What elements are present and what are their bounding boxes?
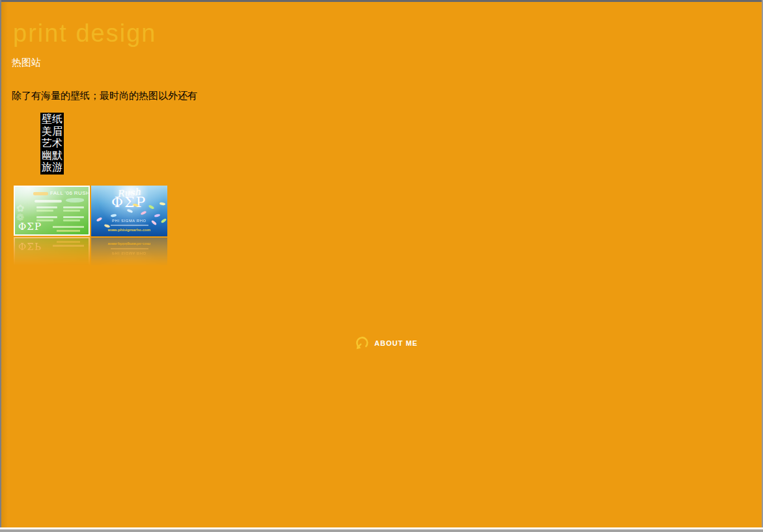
thumbnail-reflection: PHI SIGMA RHO www.phisigmarho.com bbox=[91, 238, 167, 274]
thumbnail-reflection: ΦΣΡ FALL '06 RUSH bbox=[14, 237, 90, 273]
frame-bottom-border bbox=[0, 527, 763, 532]
card-org-name: PHI SIGMA RHO bbox=[108, 219, 150, 223]
decorative-text-bar bbox=[33, 192, 48, 195]
petal-icon bbox=[141, 210, 147, 215]
decorative-text-bar bbox=[53, 245, 84, 247]
menu-item-travel[interactable]: 旅游 bbox=[42, 161, 62, 174]
card-heading: FALL '06 RUSH bbox=[50, 190, 90, 196]
card-url: www.phisigmarho.com bbox=[106, 228, 152, 232]
menu-item-wallpaper[interactable]: 壁纸 bbox=[42, 113, 62, 126]
decorative-text-bar bbox=[57, 241, 80, 243]
menu-item-humor[interactable]: 幽默 bbox=[42, 150, 62, 162]
menu-item-art[interactable]: 艺术 bbox=[42, 137, 62, 150]
decorative-text-bar bbox=[111, 248, 148, 249]
schedule-item bbox=[63, 216, 84, 223]
petal-icon bbox=[160, 202, 166, 206]
frame-top-border bbox=[0, 0, 763, 2]
petal-icon bbox=[111, 214, 117, 217]
decorative-script-bar bbox=[66, 198, 84, 203]
greek-letters: ΦΣΡ bbox=[111, 194, 146, 210]
intro-text: 除了有海量的壁纸；最时尚的热图以外还有 bbox=[12, 90, 197, 102]
decorative-text-bar bbox=[57, 230, 80, 232]
page-subtitle: 热图站 bbox=[12, 57, 41, 69]
menu-item-girls[interactable]: 美眉 bbox=[42, 126, 62, 138]
thumbnail-spring-rush-card[interactable]: Rush ΦΣΡ PHI SIGMA RHO www.phisigmarho.c… bbox=[91, 186, 167, 236]
schedule-item bbox=[63, 206, 84, 213]
circular-arrow-icon bbox=[355, 335, 370, 350]
schedule-item bbox=[36, 206, 57, 213]
decorative-text-bar bbox=[35, 200, 62, 203]
decorative-swirl-icon: ✿❁ bbox=[16, 204, 25, 222]
about-me-link[interactable]: ABOUT ME bbox=[355, 335, 418, 350]
category-menu: 壁纸 美眉 艺术 幽默 旅游 bbox=[40, 113, 64, 175]
thumbnail-fall-rush-card[interactable]: ✿❁ FALL '06 RUSH ΦΣΡ bbox=[14, 186, 90, 236]
page: print design 热图站 除了有海量的壁纸；最时尚的热图以外还有 壁纸 … bbox=[0, 0, 763, 532]
left-shade bbox=[1, 2, 8, 527]
card-org-name: PHI SIGMA RHO bbox=[108, 251, 150, 255]
decorative-text-bar bbox=[53, 226, 84, 228]
greek-letters: ΦΣΡ bbox=[18, 221, 42, 232]
petal-icon bbox=[148, 204, 155, 210]
page-title: print design bbox=[13, 20, 156, 48]
card-footer: PHI SIGMA RHO www.phisigmarho.com bbox=[91, 217, 167, 233]
card-url: www.phisigmarho.com bbox=[106, 242, 152, 246]
about-me-label: ABOUT ME bbox=[374, 339, 418, 347]
decorative-text-bar bbox=[111, 225, 148, 226]
greek-letters: ΦΣΡ bbox=[18, 240, 42, 252]
